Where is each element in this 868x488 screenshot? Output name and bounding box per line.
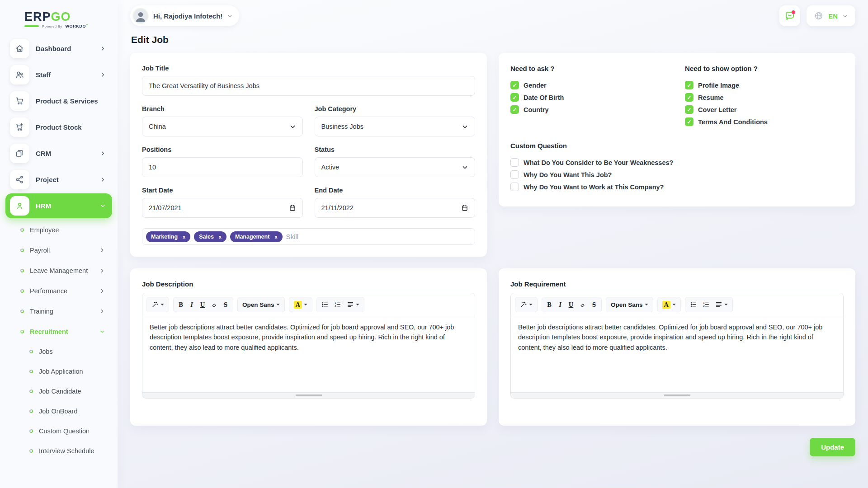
resize-grip-icon <box>296 394 322 397</box>
clear-format-button[interactable] <box>576 298 589 311</box>
sidebar-item-hrm[interactable]: HRM <box>5 193 112 218</box>
paragraph-align-dropdown[interactable] <box>712 298 731 311</box>
job-requirement-content[interactable]: Better job descriptions attract better c… <box>511 316 843 392</box>
skills-input-box[interactable]: Marketing x Sales x Management x <box>142 228 475 245</box>
strikethrough-button[interactable]: S <box>220 298 231 311</box>
checkbox-why-this-job-question[interactable]: Why Do You Want This Job? <box>510 170 844 179</box>
font-color-button[interactable]: A <box>660 298 679 311</box>
chevron-right-icon <box>100 150 106 156</box>
page-title: Edit Job <box>131 34 855 45</box>
checkbox-terms-and-conditions[interactable]: Terms And Conditions <box>685 117 844 126</box>
positions-input[interactable] <box>142 157 303 177</box>
branch-field: Branch China <box>142 105 303 136</box>
logo-go: GO <box>51 10 71 23</box>
font-family-dropdown[interactable]: Open Sans <box>608 298 651 311</box>
cart-icon <box>10 91 29 111</box>
brand-logo[interactable]: ERPGO Powered By WORKDO <box>5 6 112 36</box>
calendar-icon[interactable] <box>289 204 296 211</box>
bullet-icon <box>20 248 24 252</box>
checkbox-checked-icon <box>510 93 519 102</box>
share-nodes-icon <box>10 170 29 189</box>
sidebar-item-job-onboard[interactable]: Job OnBoard <box>5 401 112 421</box>
checkbox-unchecked-icon <box>510 183 519 191</box>
checkbox-profile-image[interactable]: Profile Image <box>685 81 844 89</box>
end-date-input[interactable]: 21/11/2022 <box>315 198 476 218</box>
unordered-list-button[interactable] <box>319 298 331 311</box>
checkbox-date-of-birth[interactable]: Date Of Birth <box>510 93 685 102</box>
sidebar-item-custom-question[interactable]: Custom Question <box>5 421 112 441</box>
editor-resize-bar[interactable] <box>511 392 843 398</box>
style-magic-button[interactable] <box>517 298 535 311</box>
remove-tag-icon[interactable]: x <box>274 234 277 239</box>
chevron-right-icon <box>99 288 105 294</box>
sidebar-item-recruitment[interactable]: Recruitment <box>5 321 112 342</box>
eraser-icon <box>579 301 586 308</box>
paragraph-align-dropdown[interactable] <box>344 298 362 311</box>
ordered-list-button[interactable]: 12 <box>331 298 344 311</box>
checkbox-cover-letter[interactable]: Cover Letter <box>685 105 844 114</box>
checkbox-weaknesses-question[interactable]: What Do You Consider to Be Your Weakness… <box>510 158 844 167</box>
sidebar-item-label: Performance <box>30 287 67 295</box>
language-label: EN <box>828 12 838 20</box>
need-to-ask-title: Need to ask ? <box>510 65 685 72</box>
language-selector[interactable]: EN <box>807 5 855 26</box>
underline-button[interactable]: U <box>566 298 576 311</box>
checkbox-checked-icon <box>685 93 693 102</box>
sidebar-item-interview-schedule[interactable]: Interview Schedule <box>5 441 112 461</box>
skill-tag: Marketing x <box>146 231 190 242</box>
sidebar-item-training[interactable]: Training <box>5 301 112 321</box>
sidebar-item-job-application[interactable]: Job Application <box>5 361 112 381</box>
job-title-input[interactable] <box>142 76 475 96</box>
font-family-dropdown[interactable]: Open Sans <box>240 298 283 311</box>
style-magic-button[interactable] <box>149 298 167 311</box>
bold-button[interactable]: B <box>175 298 186 311</box>
italic-button[interactable]: I <box>186 298 197 311</box>
update-button[interactable]: Update <box>810 438 855 456</box>
sidebar-item-payroll[interactable]: Payroll <box>5 240 112 260</box>
bullet-icon <box>29 409 33 413</box>
clear-format-button[interactable] <box>208 298 220 311</box>
checkbox-checked-icon <box>510 81 519 89</box>
skill-input[interactable] <box>286 233 472 240</box>
ordered-list-button[interactable]: 12 <box>700 298 712 311</box>
underline-button[interactable]: U <box>197 298 208 311</box>
italic-button[interactable]: I <box>555 298 566 311</box>
sidebar-item-employee[interactable]: Employee <box>5 220 112 240</box>
sidebar-item-product-stock[interactable]: Product Stock <box>5 115 112 140</box>
sidebar-item-project[interactable]: Project <box>5 167 112 192</box>
remove-tag-icon[interactable]: x <box>183 234 185 239</box>
user-menu[interactable]: Hi, Rajodiya Infotech! <box>130 5 239 26</box>
bold-button[interactable]: B <box>544 298 555 311</box>
checkbox-country[interactable]: Country <box>510 105 685 114</box>
align-justify-icon <box>715 301 722 308</box>
job-category-select[interactable]: Business Jobs <box>315 117 476 136</box>
checkbox-gender[interactable]: Gender <box>510 81 685 89</box>
remove-tag-icon[interactable]: x <box>219 234 222 239</box>
skill-tag-label: Marketing <box>151 234 178 240</box>
job-description-content[interactable]: Better job descriptions attract better c… <box>142 316 475 392</box>
font-color-button[interactable]: A <box>291 298 310 311</box>
editor-resize-bar[interactable] <box>142 392 475 398</box>
checkbox-resume[interactable]: Resume <box>685 93 844 102</box>
strikethrough-button[interactable]: S <box>589 298 599 311</box>
checkbox-checked-icon <box>510 105 519 114</box>
sidebar-item-job-candidate[interactable]: Job Candidate <box>5 381 112 401</box>
sidebar-item-jobs[interactable]: Jobs <box>5 342 112 361</box>
calendar-icon[interactable] <box>461 204 468 211</box>
sidebar-item-dashboard[interactable]: Dashboard <box>5 36 112 61</box>
messenger-button[interactable] <box>779 5 800 26</box>
svg-text:2: 2 <box>335 305 336 307</box>
sidebar-item-product-services[interactable]: Product & Services <box>5 89 112 113</box>
checkbox-why-this-company-question[interactable]: Why Do You Want to Work at This Company? <box>510 183 844 191</box>
unordered-list-button[interactable] <box>687 298 700 311</box>
status-select[interactable]: Active <box>315 157 476 177</box>
globe-icon <box>814 11 824 21</box>
sidebar-item-label: Job OnBoard <box>39 408 77 415</box>
sidebar-item-performance[interactable]: Performance <box>5 281 112 301</box>
sidebar-item-staff[interactable]: Staff <box>5 62 112 87</box>
start-date-input[interactable]: 21/07/2021 <box>142 198 303 218</box>
job-description-title: Job Description <box>142 280 475 288</box>
sidebar-item-crm[interactable]: CRM <box>5 141 112 166</box>
branch-select[interactable]: China <box>142 117 303 136</box>
sidebar-item-leave-management[interactable]: Leave Management <box>5 260 112 281</box>
